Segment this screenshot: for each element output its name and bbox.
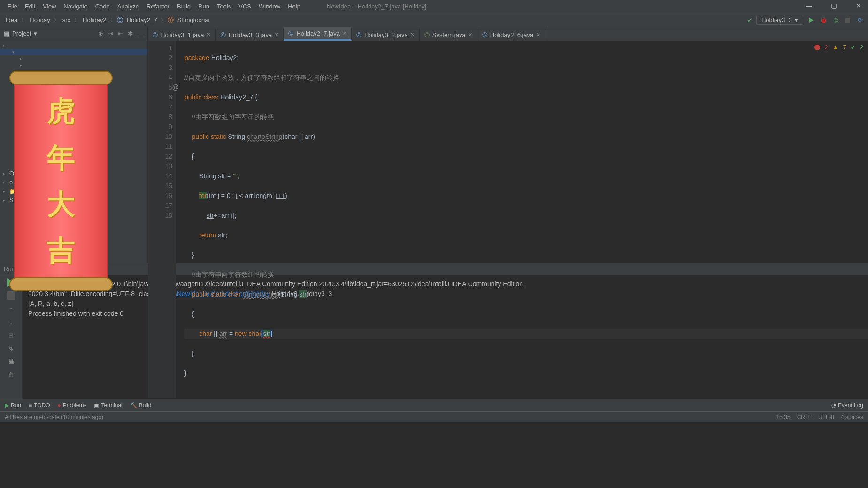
problems-tool-button[interactable]: ●Problems — [57, 402, 86, 409]
breadcrumb-item[interactable]: Stringtochar — [176, 15, 212, 24]
window-title: NewIdea – Holiday2_7.java [Holiday] — [323, 3, 430, 10]
code-text[interactable]: package Holiday2; //自定义两个函数，方便字符数组和字符串之间… — [176, 41, 868, 398]
navigation-bar: Idea〉 Holiday〉 src〉 Holiday2〉 ⒸHoliday2_… — [0, 13, 868, 27]
menu-refactor[interactable]: Refactor — [143, 3, 173, 10]
event-log-button[interactable]: ◔ Event Log — [831, 402, 863, 409]
coverage-button[interactable]: ◎ — [831, 16, 840, 24]
menu-run[interactable]: Run — [194, 3, 213, 10]
debug-button[interactable]: 🐞 — [819, 16, 828, 24]
menu-analyze[interactable]: Analyze — [114, 3, 143, 10]
close-icon[interactable]: × — [67, 266, 71, 273]
editor-tab[interactable]: ⒸSystem.java× — [420, 29, 477, 41]
run-config-name: Holdiay3_3 — [761, 16, 792, 23]
breadcrumb-item[interactable]: src — [61, 15, 72, 24]
menu-edit[interactable]: Edit — [21, 3, 39, 10]
editor-area: ⒸHoliday3_1.java× ⒸHoliday3_3.java× ⒸHol… — [148, 27, 868, 263]
build-tool-button[interactable]: 🔨 Build — [130, 402, 152, 409]
maximize-button[interactable]: ▢ — [827, 2, 841, 9]
tree-item[interactable]: sr — [19, 188, 24, 195]
update-button[interactable]: ⟳ — [856, 16, 864, 24]
run-tab[interactable]: ▣Holdiay3_3× — [21, 265, 74, 274]
editor-tab-active[interactable]: ⒸHoliday2_7.java× — [284, 27, 352, 41]
trash-button[interactable]: 🗑 — [7, 370, 15, 379]
layout-button[interactable]: ⊞ — [7, 331, 15, 339]
close-icon[interactable]: × — [536, 31, 540, 38]
menu-vcs[interactable]: VCS — [235, 3, 255, 10]
project-view-label[interactable]: Project — [12, 30, 31, 37]
editor-tab[interactable]: ⒸHoliday2_6.java× — [477, 29, 545, 41]
file-encoding[interactable]: UTF-8 — [818, 414, 834, 420]
filter-button[interactable]: ↯ — [7, 344, 15, 352]
editor-tabs: ⒸHoliday3_1.java× ⒸHoliday3_3.java× ⒸHol… — [148, 27, 868, 41]
run-config-selector[interactable]: Holdiay3_3 ▾ — [756, 15, 803, 25]
project-icon: ▤ — [4, 30, 9, 37]
gutter[interactable]: 1234 5@ 6789101112131415161718 — [148, 41, 176, 398]
minimize-button[interactable]: — — [802, 2, 816, 9]
tree-item[interactable]: S — [9, 197, 14, 204]
breadcrumb-item[interactable]: Holiday2_7 — [125, 15, 159, 24]
menu-navigate[interactable]: Navigate — [60, 3, 91, 10]
dropdown-icon: ▾ — [795, 16, 798, 23]
down-button[interactable]: ↓ — [7, 318, 15, 326]
status-bar: All files are up-to-date (10 minutes ago… — [0, 411, 868, 422]
menu-build[interactable]: Build — [173, 3, 194, 10]
close-button[interactable]: ✕ — [852, 2, 865, 9]
menu-file[interactable]: File — [4, 3, 21, 10]
expand-icon[interactable]: ⇥ — [108, 30, 113, 37]
editor-body[interactable]: 2 ▲7 ✔2 1234 5@ 6789101112131415161718 p… — [148, 41, 868, 398]
up-button[interactable]: ↑ — [7, 305, 15, 313]
line-separator[interactable]: CRLF — [797, 414, 812, 420]
breadcrumb-item[interactable]: Idea — [4, 15, 19, 24]
build-icon[interactable]: ↙ — [747, 16, 753, 23]
stop-button[interactable] — [844, 16, 852, 24]
close-icon[interactable]: × — [411, 31, 415, 38]
breadcrumb-item[interactable]: Holiday — [28, 15, 52, 24]
menu-window[interactable]: Window — [255, 3, 284, 10]
tree-item[interactable]: o — [9, 179, 13, 186]
hide-icon[interactable]: — — [138, 30, 144, 37]
stop-run-button[interactable] — [7, 291, 15, 300]
editor-tab[interactable]: ⒸHoliday3_3.java× — [216, 29, 284, 41]
breadcrumb-item[interactable]: Holiday2 — [81, 15, 108, 24]
locate-icon[interactable]: ⊕ — [98, 30, 103, 37]
method-icon: ⓜ — [168, 16, 174, 24]
close-icon[interactable]: × — [207, 31, 211, 38]
run-side-toolbar: ↑ ↓ ⊞ ↯ 🖶 🗑 — [0, 275, 23, 399]
rerun-button[interactable] — [7, 278, 15, 287]
dropdown-icon[interactable]: ▾ — [34, 30, 37, 37]
run-controls: ↙ Holdiay3_3 ▾ 🐞 ◎ ⟳ — [747, 15, 864, 25]
close-icon[interactable]: × — [275, 31, 278, 38]
close-icon[interactable]: × — [469, 31, 472, 38]
class-icon: Ⓒ — [117, 16, 123, 24]
caret-position[interactable]: 15:35 — [776, 414, 791, 420]
settings-icon[interactable]: ✱ — [128, 30, 133, 37]
close-icon[interactable]: × — [343, 30, 346, 37]
menu-bar: File Edit View Navigate Code Analyze Ref… — [0, 0, 868, 13]
editor-tab[interactable]: ⒸHoliday3_2.java× — [352, 29, 420, 41]
collapse-icon[interactable]: ⇤ — [118, 30, 123, 37]
menu-view[interactable]: View — [39, 3, 60, 10]
editor-tab[interactable]: ⒸHoliday3_1.java× — [148, 29, 216, 41]
indent-info[interactable]: 4 spaces — [841, 414, 863, 420]
project-tool-window: ▤ Project ▾ ⊕ ⇥ ⇤ ✱ — ▸ ▾ ▸ ▸ ▾ ▸O ▸o ▸📁… — [0, 27, 148, 263]
terminal-tool-button[interactable]: ▣ Terminal — [94, 402, 122, 409]
todo-tool-button[interactable]: ≡ TODO — [29, 402, 50, 409]
tree-item[interactable]: O — [9, 170, 14, 177]
print-button[interactable]: 🖶 — [7, 357, 15, 366]
menu-code[interactable]: Code — [92, 3, 114, 10]
menu-help[interactable]: Help — [284, 3, 304, 10]
run-tool-button[interactable]: ▶Run — [5, 402, 21, 409]
menu-tools[interactable]: Tools — [213, 3, 235, 10]
status-message: All files are up-to-date (10 minutes ago… — [5, 414, 103, 420]
project-tree[interactable]: ▸ ▾ ▸ ▸ ▾ ▸O ▸o ▸📁sr ▸S 虎 年 大 吉 — [0, 40, 147, 263]
bottom-tool-bar: ▶Run ≡ TODO ●Problems ▣ Terminal 🔨 Build… — [0, 399, 868, 411]
run-label: Run: — [4, 266, 16, 273]
run-button[interactable] — [807, 16, 815, 24]
breadcrumb: Idea〉 Holiday〉 src〉 Holiday2〉 ⒸHoliday2_… — [4, 15, 212, 24]
